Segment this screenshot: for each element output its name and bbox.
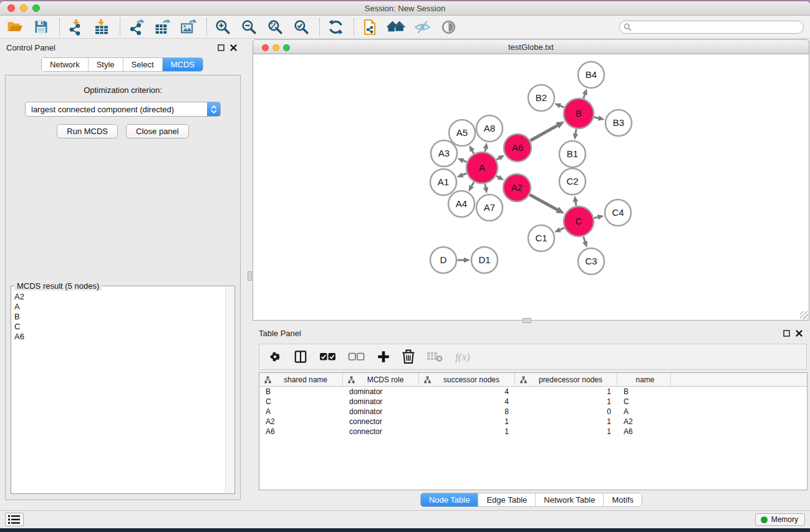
show-eye-button[interactable] (439, 17, 458, 36)
hide-glasses-button[interactable] (413, 17, 432, 36)
zoom-in-button[interactable] (213, 17, 232, 36)
column-header-shared-name[interactable]: shared name (259, 373, 343, 386)
graph-edge-B-B3[interactable] (594, 117, 599, 118)
memory-button[interactable]: Memory (755, 513, 805, 526)
table-row[interactable]: A6connector11A6 (259, 427, 807, 437)
net-close-button[interactable] (262, 44, 269, 51)
mcds-result-item[interactable]: A2 (12, 292, 225, 302)
float-panel-icon[interactable] (783, 330, 790, 337)
graph-edge-A6-B[interactable] (530, 125, 557, 140)
table-row[interactable]: A2connector11A2 (259, 417, 807, 427)
tab-mcds[interactable]: MCDS (163, 58, 203, 71)
check-off-icon (348, 352, 365, 361)
column-header-successor-nodes[interactable]: successor nodes (419, 373, 515, 386)
graph-edge-A2-C[interactable] (530, 195, 557, 210)
column-type-icon (424, 376, 431, 384)
graph-edge-A-A7[interactable] (485, 184, 486, 188)
export-image-button[interactable] (179, 17, 198, 36)
close-panel-button[interactable]: Close panel (126, 124, 189, 138)
task-history-button[interactable] (5, 513, 24, 526)
import-table-button[interactable] (92, 17, 111, 36)
zoom-window-button[interactable] (32, 4, 40, 12)
graph-edge-A-A6[interactable] (496, 158, 499, 160)
table-row[interactable]: Adominator80A (259, 407, 807, 417)
close-panel-icon[interactable] (796, 330, 803, 337)
graph-edge-C-C4[interactable] (594, 217, 598, 218)
run-mcds-button[interactable]: Run MCDS (57, 124, 118, 138)
network-canvas[interactable]: B4B2BB3A8A5A6A3B1AA1C2A2A4A7C4CC1C3DD1 (253, 54, 809, 321)
tab-network[interactable]: Network (42, 58, 89, 71)
node-label-C4: C4 (612, 207, 624, 218)
search-box[interactable] (619, 21, 804, 34)
mcds-result-item[interactable]: C (12, 322, 225, 332)
horizontal-splitter-handle[interactable] (523, 318, 531, 323)
zoom-out-button[interactable] (239, 17, 258, 36)
refresh-button[interactable] (326, 17, 345, 36)
plus-button[interactable] (377, 350, 390, 364)
mcds-result-item[interactable]: A (12, 302, 225, 312)
graph-edge-B-B4[interactable] (584, 94, 585, 98)
export-network-button[interactable] (127, 17, 145, 36)
zoom-selected-button[interactable] (292, 17, 311, 36)
column-header-predecessor-nodes[interactable]: predecessor nodes (515, 373, 617, 386)
zoom-out-icon (241, 19, 258, 36)
table-cell: A6 (259, 427, 343, 436)
table-row[interactable]: Cdominator41C (259, 397, 807, 407)
graph-edge-A-A5[interactable] (472, 151, 473, 153)
trash-button[interactable] (402, 349, 415, 364)
criterion-select[interactable]: largest connected component (directed) (25, 102, 221, 117)
home-button[interactable] (387, 17, 405, 36)
plus-icon (377, 350, 390, 364)
graph-edge-C-C1[interactable] (560, 228, 564, 230)
export-table-icon (154, 19, 171, 36)
float-panel-icon[interactable] (218, 44, 224, 51)
import-network-button[interactable] (66, 17, 85, 36)
svg-text:f(x): f(x) (455, 351, 470, 363)
graph-edge-B-B1[interactable] (576, 129, 576, 133)
tab-motifs[interactable]: Motifs (604, 493, 642, 506)
resize-grip-icon[interactable] (800, 311, 808, 319)
graph-edge-C-C2[interactable] (576, 202, 576, 206)
open-folder-button[interactable] (6, 17, 24, 36)
mcds-panel-body: Optimization criterion: largest connecte… (5, 75, 241, 500)
columns-icon (294, 350, 307, 364)
net-zoom-button[interactable] (283, 44, 290, 51)
import-table-icon (94, 19, 110, 36)
export-table-button[interactable] (153, 17, 171, 36)
gear-button[interactable] (268, 350, 282, 364)
tab-edge-table[interactable]: Edge Table (478, 493, 536, 506)
close-window-button[interactable] (7, 4, 15, 12)
column-header-mcds-role[interactable]: MCDS role (343, 373, 419, 386)
result-scrollbar[interactable] (225, 287, 234, 493)
columns-button[interactable] (294, 350, 307, 364)
graph-edge-C-C3[interactable] (584, 236, 586, 241)
net-minimize-button[interactable] (272, 44, 279, 51)
mcds-result-item[interactable]: B (12, 312, 225, 322)
check-on-button[interactable] (319, 352, 336, 361)
open-session-file-button[interactable] (360, 17, 379, 36)
column-header-name[interactable]: name (617, 373, 671, 386)
zoom-fit-button[interactable] (266, 17, 284, 36)
tab-node-table[interactable]: Node Table (421, 493, 479, 506)
table-row[interactable]: Bdominator41B (259, 387, 807, 397)
control-panel-tabs: NetworkStyleSelectMCDS (41, 57, 203, 72)
check-off-button[interactable] (348, 352, 365, 361)
graph-edge-A-A3[interactable] (463, 161, 466, 162)
graph-edge-B-B2[interactable] (560, 106, 564, 108)
tab-network-table[interactable]: Network Table (536, 493, 604, 506)
mcds-result-item[interactable]: A6 (12, 332, 225, 342)
tab-style[interactable]: Style (89, 58, 123, 71)
minimize-window-button[interactable] (20, 4, 27, 12)
search-input[interactable] (634, 22, 803, 31)
close-panel-icon[interactable] (230, 44, 237, 51)
save-session-button[interactable] (32, 17, 51, 36)
graph-edge-A-A2[interactable] (496, 176, 498, 177)
graph-edge-A-A8[interactable] (485, 148, 486, 152)
graph-edge-A-A1[interactable] (463, 173, 466, 175)
vertical-splitter-handle[interactable] (248, 271, 252, 281)
tab-select[interactable]: Select (123, 58, 163, 71)
graph-edge-A-A4[interactable] (471, 182, 474, 186)
main-toolbar (0, 16, 810, 39)
node-label-C2: C2 (566, 176, 578, 186)
edge-arrowhead-icon (483, 143, 488, 150)
